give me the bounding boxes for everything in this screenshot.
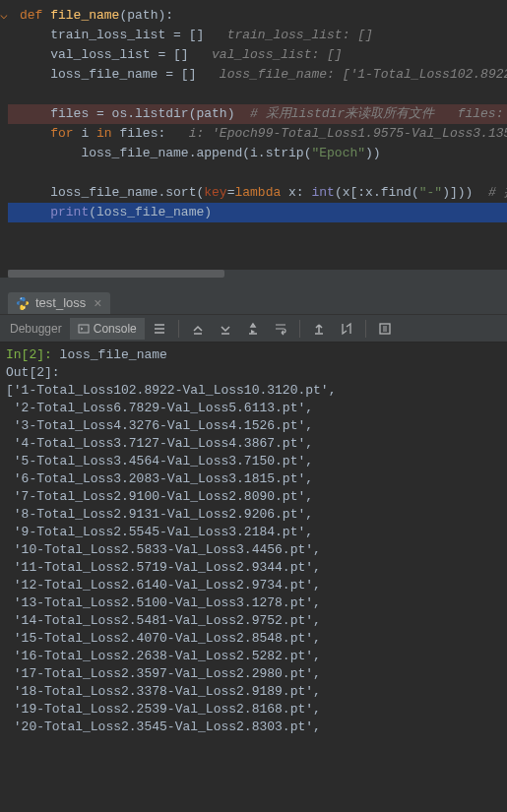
debug-toolbar: Debugger Console bbox=[0, 315, 507, 343]
list-item: '17-Total_Loss2.3597-Val_Loss2.2980.pt', bbox=[6, 665, 501, 683]
code-text: train_loss_list = [] bbox=[20, 28, 227, 42]
new-console-icon[interactable] bbox=[372, 318, 398, 340]
list-item: '6-Total_Loss3.2083-Val_Loss3.1815.pt', bbox=[6, 470, 501, 488]
history-down-icon[interactable] bbox=[213, 318, 238, 340]
params: (path): bbox=[119, 8, 173, 23]
comment: # 采用listdir来读取所有文件 files: [ bbox=[250, 106, 507, 121]
string-literal: "Epoch" bbox=[311, 146, 365, 160]
toolbar-separator bbox=[365, 320, 366, 338]
toolbar-separator bbox=[178, 320, 179, 338]
list-item: '8-Total_Loss2.9131-Val_Loss2.9206.pt', bbox=[6, 506, 501, 524]
code-text: loss_file_name.append(i.strip( bbox=[20, 146, 311, 160]
history-up-icon[interactable] bbox=[185, 318, 211, 340]
code-text: )])) bbox=[442, 185, 488, 200]
in-expression: loss_file_name bbox=[52, 347, 167, 362]
list-item: '3-Total_Loss4.3276-Val_Loss4.1526.pt', bbox=[6, 417, 501, 435]
builtin-print: print bbox=[50, 205, 89, 219]
list-item: '10-Total_Loss2.5833-Val_Loss3.4456.pt', bbox=[6, 541, 501, 559]
list-item: '16-Total_Loss2.2638-Val_Loss2.5282.pt', bbox=[6, 648, 501, 665]
soft-wrap-icon[interactable] bbox=[268, 318, 293, 340]
list-item: '19-Total_Loss2.2539-Val_Loss2.8168.pt', bbox=[6, 701, 501, 718]
console-tab[interactable]: Console bbox=[70, 318, 145, 340]
list-item: '18-Total_Loss2.3378-Val_Loss2.9189.pt', bbox=[6, 683, 501, 701]
tab-test-loss[interactable]: test_loss × bbox=[8, 292, 110, 314]
file-tab-bar: test_loss × bbox=[0, 287, 507, 315]
code-text: (x[:x.find( bbox=[335, 185, 419, 200]
list-item: '4-Total_Loss3.7127-Val_Loss4.3867.pt', bbox=[6, 435, 501, 453]
svg-point-0 bbox=[21, 297, 22, 298]
svg-point-1 bbox=[24, 307, 25, 308]
list-item: '14-Total_Loss2.5481-Val_Loss2.9752.pt', bbox=[6, 612, 501, 630]
console-output[interactable]: In[2]: loss_file_name Out[2]: ['1-Total_… bbox=[0, 343, 507, 812]
code-text: files: bbox=[112, 126, 189, 141]
code-text: loss_file_name = [] bbox=[20, 67, 220, 82]
code-text: )) bbox=[365, 146, 381, 160]
code-text: val_loss_list = [] bbox=[20, 47, 212, 62]
list-item: '15-Total_Loss2.4070-Val_Loss2.8548.pt', bbox=[6, 630, 501, 648]
keyword-for: for bbox=[50, 126, 73, 141]
indent bbox=[20, 126, 50, 141]
code-text: files = os.listdir(path) bbox=[20, 106, 250, 121]
code-text: x: bbox=[281, 185, 311, 200]
indent bbox=[20, 205, 50, 219]
diff-icon[interactable] bbox=[334, 318, 359, 340]
code-text: i bbox=[74, 126, 96, 141]
list-item: '9-Total_Loss2.5545-Val_Loss3.2184.pt', bbox=[6, 524, 501, 541]
code-text: (loss_file_name) bbox=[89, 205, 212, 219]
tab-label: test_loss bbox=[35, 295, 86, 310]
list-item: '13-Total_Loss2.5100-Val_Loss3.1278.pt', bbox=[6, 594, 501, 612]
kwarg-key: key bbox=[204, 185, 226, 200]
in-prompt: In[2]: bbox=[6, 347, 52, 362]
list-item: '5-Total_Loss3.4564-Val_Loss3.7150.pt', bbox=[6, 453, 501, 470]
list-item: '2-Total_Loss6.7829-Val_Loss5.6113.pt', bbox=[6, 400, 501, 417]
show-variables-icon[interactable] bbox=[147, 318, 172, 340]
python-file-icon bbox=[16, 296, 30, 310]
comment: # 按 bbox=[488, 185, 507, 200]
inline-hint: i: 'Epoch99-Total_Loss1.9575-Val_Loss3.1… bbox=[189, 126, 507, 141]
builtin-int: int bbox=[311, 185, 334, 200]
code-text: loss_file_name.sort( bbox=[20, 185, 204, 200]
inline-hint: loss_file_name: ['1-Total_Loss102.8922- bbox=[220, 67, 507, 82]
out-prompt: Out[2]: bbox=[6, 365, 60, 380]
keyword-lambda: lambda bbox=[234, 185, 281, 200]
console-tab-label: Console bbox=[94, 322, 137, 336]
scrollbar-thumb[interactable] bbox=[8, 270, 224, 278]
list-item: '20-Total_Loss2.3545-Val_Loss2.8303.pt', bbox=[6, 718, 501, 736]
toolbar-separator bbox=[299, 320, 300, 338]
list-item: '7-Total_Loss2.9100-Val_Loss2.8090.pt', bbox=[6, 488, 501, 506]
inline-hint: train_loss_list: [] bbox=[227, 28, 373, 42]
keyword-def: def bbox=[20, 8, 42, 23]
upload-icon[interactable] bbox=[306, 318, 332, 340]
inline-hint: val_loss_list: [] bbox=[212, 47, 343, 62]
list-item: '12-Total_Loss2.6140-Val_Loss2.9734.pt', bbox=[6, 577, 501, 594]
list-item: ['1-Total_Loss102.8922-Val_Loss10.3120.p… bbox=[6, 382, 501, 400]
function-name: file_name bbox=[42, 8, 119, 23]
code-editor[interactable]: ⌵def file_name(path): train_loss_list = … bbox=[0, 0, 507, 278]
editor-hscrollbar[interactable] bbox=[8, 270, 507, 278]
rerun-icon[interactable] bbox=[240, 318, 266, 340]
pane-separator[interactable] bbox=[0, 278, 507, 287]
console-icon bbox=[78, 323, 90, 335]
string-literal: "-" bbox=[419, 185, 442, 200]
list-item: '11-Total_Loss2.5719-Val_Loss2.9344.pt', bbox=[6, 559, 501, 577]
close-icon[interactable]: × bbox=[94, 295, 101, 311]
keyword-in: in bbox=[96, 126, 112, 141]
debugger-tab[interactable]: Debugger bbox=[4, 320, 68, 338]
